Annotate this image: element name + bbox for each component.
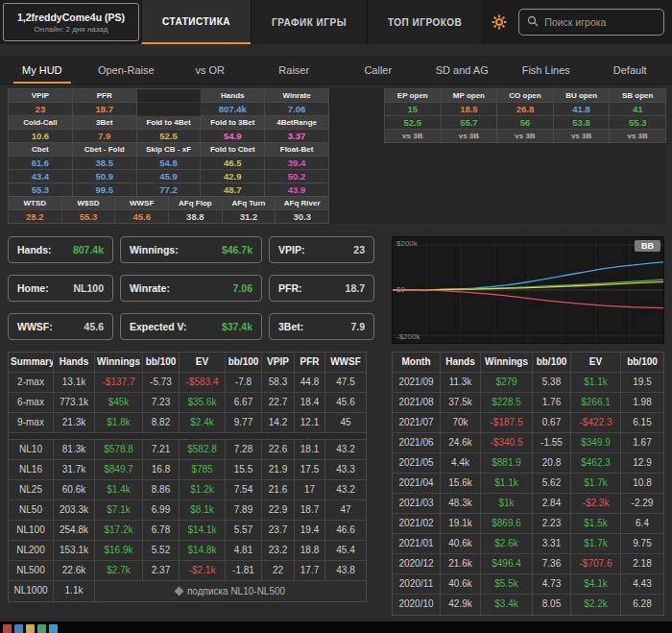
- table-cell: $3.4k: [481, 595, 533, 615]
- table-cell: 18.4: [295, 393, 325, 413]
- table-cell: -1.55: [533, 433, 571, 453]
- column-header: Winnings: [481, 353, 533, 373]
- table-cell: 153.1k: [54, 541, 95, 561]
- hud-tab-fish-lines[interactable]: Fish Lines: [504, 56, 588, 84]
- hud-tab-my-hud[interactable]: My HUD: [0, 56, 84, 84]
- table-cell: 10.8: [621, 474, 663, 494]
- taskbar-icon[interactable]: [37, 624, 46, 633]
- summary-box-label: Home:: [17, 282, 49, 294]
- player-box: 1,2freddyCome4u (PS) Онлайн: 2 дня назад: [3, 3, 139, 41]
- table-cell: 21.6k: [441, 554, 481, 574]
- bb-units-toggle[interactable]: BB: [635, 240, 660, 252]
- table-cell: 21.3k: [54, 413, 95, 433]
- table-cell: 14.2: [262, 413, 295, 433]
- table-cell: 37.5k: [441, 393, 481, 413]
- stat-value: 10.6: [9, 130, 73, 143]
- table-cell: NL100: [9, 521, 54, 541]
- settings-gear-icon[interactable]: [492, 0, 507, 44]
- table-cell: NL10: [9, 440, 54, 460]
- stat-row: 1518.526.841.841: [385, 103, 666, 116]
- summary-box-value: 807.4k: [73, 244, 104, 256]
- stat-label: vs 3B: [385, 130, 442, 143]
- table-cell: 2021/02: [393, 514, 441, 534]
- table-cell: 3.31: [533, 534, 571, 554]
- summary-box-label: Expected V:: [130, 321, 187, 332]
- table-cell: 23.2: [262, 541, 295, 561]
- graph-y-label-top: $200k: [396, 239, 418, 248]
- table-cell: $17.2k: [95, 521, 143, 541]
- taskbar-icon[interactable]: [3, 624, 12, 633]
- search-input[interactable]: [544, 16, 656, 28]
- stat-value: 7.9: [73, 130, 137, 143]
- hud-tab-open-raise[interactable]: Open-Raise: [84, 56, 169, 84]
- table-cell: 43.2: [325, 480, 366, 500]
- summary-box-value: 7.06: [233, 282, 252, 294]
- stat-value: 15: [385, 103, 442, 116]
- table-cell: 6.4: [621, 514, 663, 534]
- table-cell: -$187.5: [481, 413, 533, 433]
- table-cell: 4.81: [226, 541, 262, 561]
- hud-tab-caller[interactable]: Caller: [336, 56, 420, 84]
- tab-statistics[interactable]: СТАТИСТИКА: [141, 0, 251, 44]
- summary-box: WWSF:45.6: [8, 313, 113, 340]
- table-cell: 2020/10: [393, 595, 441, 615]
- stat-label: vs 3B: [442, 130, 498, 143]
- tab-game-graph[interactable]: ГРАФИК ИГРЫ: [251, 0, 367, 44]
- table-cell: $1.2k: [180, 480, 226, 500]
- hud-tab-sd-and-ag[interactable]: SD and AG: [420, 56, 505, 84]
- stat-row: vs 3Bvs 3Bvs 3Bvs 3Bvs 3B: [385, 130, 666, 143]
- table-cell: -5.73: [143, 373, 180, 393]
- taskbar-icon[interactable]: [26, 624, 35, 633]
- table-cell: 2021/08: [393, 393, 441, 413]
- table-cell: $2.7k: [95, 561, 143, 581]
- stat-label: EP open: [385, 89, 442, 103]
- hud-tab-default[interactable]: Default: [588, 56, 672, 84]
- table-cell: 5.62: [533, 474, 571, 494]
- table-cell: NL25: [9, 480, 54, 500]
- table-cell: 6.78: [143, 521, 180, 541]
- stat-label: WWSF: [115, 197, 169, 210]
- table-cell: NL16: [9, 460, 54, 480]
- stat-label: Hands: [201, 89, 265, 103]
- table-cell: 47: [325, 500, 366, 521]
- column-header: Summary: [9, 353, 54, 373]
- table-cell: NL500: [9, 561, 54, 581]
- table-cell: -$2.1k: [180, 561, 226, 581]
- subscription-row[interactable]: NL1000 1.1k подписка NL10-NL500: [9, 581, 366, 601]
- summary-table-body: SummaryHandsWinningsbb/100EVbb/100VPIPPF…: [9, 353, 366, 581]
- stat-label: 3Bet: [73, 116, 137, 130]
- stat-value: 52.5: [385, 116, 442, 130]
- table-cell: 24.6k: [441, 433, 481, 453]
- hud-tab-raiser[interactable]: Raiser: [252, 56, 337, 84]
- table-row: 2020/1221.6k$496.47.36-$707.62.18: [393, 554, 663, 574]
- taskbar-icon[interactable]: [14, 624, 23, 633]
- tab-top-players[interactable]: ТОП ИГРОКОВ: [367, 0, 482, 44]
- stat-value: 26.8: [497, 103, 554, 116]
- column-header: PFR: [295, 353, 325, 373]
- table-cell: 43.8: [325, 561, 366, 581]
- hud-tab-vs-or[interactable]: vs OR: [168, 56, 252, 84]
- winnings-graph: [393, 237, 663, 343]
- table-cell: 40.6k: [441, 574, 481, 595]
- table-cell: 8.82: [143, 413, 180, 433]
- table-cell: $881.9: [481, 453, 533, 474]
- summary-box: 3Bet:7.9: [269, 313, 374, 340]
- column-header: bb/100: [143, 353, 180, 373]
- table-cell: 21.9: [262, 460, 295, 480]
- table-row: 6-max773.1k$45k7.23$35.6k6.6722.718.445.…: [9, 393, 366, 413]
- table-cell: 5.38: [533, 373, 571, 393]
- summary-box: Home:NL100: [8, 275, 113, 302]
- table-cell: -$583.4: [180, 373, 226, 393]
- stat-label: vs 3B: [554, 130, 611, 143]
- summary-box-value: 45.6: [84, 321, 104, 332]
- table-row: NL100254.8k$17.2k6.78$14.1k5.5723.719.44…: [9, 521, 366, 541]
- stat-value: 3.37: [265, 130, 329, 143]
- taskbar-icon[interactable]: [49, 624, 58, 633]
- table-cell: 21.6: [262, 480, 295, 500]
- table-cell: $1.4k: [95, 480, 143, 500]
- table-cell: 7.21: [143, 440, 180, 460]
- stat-value: [137, 103, 202, 116]
- table-cell: 203.3k: [54, 500, 95, 521]
- column-header: bb/100: [621, 353, 663, 373]
- table-row: 9-max21.3k$1.8k8.82$2.4k9.7714.212.145: [9, 413, 366, 433]
